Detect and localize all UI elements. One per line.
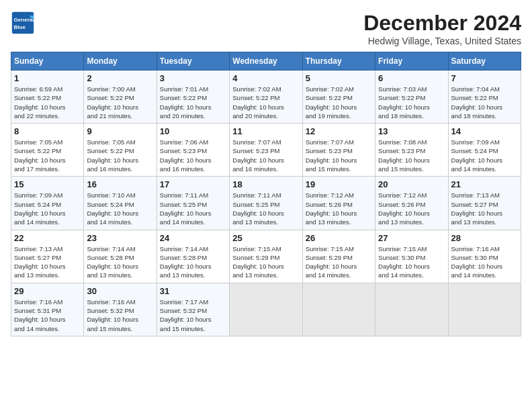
day-number: 5	[306, 73, 372, 83]
calendar-cell	[448, 283, 521, 336]
calendar-container: General Blue December 2024 Hedwig Villag…	[0, 0, 532, 342]
svg-text:General: General	[14, 17, 34, 23]
day-info: Sunrise: 7:16 AM Sunset: 5:30 PM Dayligh…	[451, 244, 518, 280]
svg-text:Blue: Blue	[14, 24, 26, 30]
calendar-cell: 24Sunrise: 7:14 AM Sunset: 5:28 PM Dayli…	[157, 230, 229, 283]
day-info: Sunrise: 7:04 AM Sunset: 5:22 PM Dayligh…	[451, 85, 518, 120]
day-info: Sunrise: 7:09 AM Sunset: 5:24 PM Dayligh…	[451, 138, 518, 173]
calendar-table: SundayMondayTuesdayWednesdayThursdayFrid…	[11, 52, 521, 336]
day-number: 11	[232, 126, 299, 136]
day-info: Sunrise: 7:14 AM Sunset: 5:28 PM Dayligh…	[87, 244, 153, 280]
week-row-4: 22Sunrise: 7:13 AM Sunset: 5:27 PM Dayli…	[11, 230, 521, 283]
day-number: 4	[232, 73, 299, 83]
day-number: 2	[87, 73, 153, 83]
day-info: Sunrise: 7:11 AM Sunset: 5:25 PM Dayligh…	[160, 191, 226, 226]
day-info: Sunrise: 7:15 AM Sunset: 5:29 PM Dayligh…	[306, 244, 372, 280]
calendar-cell: 13Sunrise: 7:08 AM Sunset: 5:23 PM Dayli…	[375, 124, 448, 177]
calendar-cell: 10Sunrise: 7:06 AM Sunset: 5:23 PM Dayli…	[157, 124, 229, 177]
calendar-cell: 16Sunrise: 7:10 AM Sunset: 5:24 PM Dayli…	[84, 177, 157, 230]
logo-icon: General Blue	[11, 11, 35, 35]
calendar-cell: 12Sunrise: 7:07 AM Sunset: 5:23 PM Dayli…	[302, 124, 375, 177]
day-info: Sunrise: 7:15 AM Sunset: 5:30 PM Dayligh…	[378, 244, 445, 280]
day-info: Sunrise: 7:14 AM Sunset: 5:28 PM Dayligh…	[160, 244, 226, 280]
day-number: 28	[451, 233, 518, 243]
header: General Blue December 2024 Hedwig Villag…	[11, 11, 521, 46]
day-number: 23	[87, 233, 153, 243]
calendar-cell: 29Sunrise: 7:16 AM Sunset: 5:31 PM Dayli…	[11, 283, 84, 336]
day-number: 9	[87, 126, 153, 136]
calendar-cell: 5Sunrise: 7:02 AM Sunset: 5:22 PM Daylig…	[302, 71, 375, 124]
day-info: Sunrise: 7:02 AM Sunset: 5:22 PM Dayligh…	[306, 85, 372, 120]
week-row-1: 1Sunrise: 6:59 AM Sunset: 5:22 PM Daylig…	[11, 71, 521, 124]
calendar-cell: 30Sunrise: 7:16 AM Sunset: 5:32 PM Dayli…	[84, 283, 157, 336]
day-info: Sunrise: 7:00 AM Sunset: 5:22 PM Dayligh…	[87, 85, 153, 120]
day-number: 16	[87, 179, 153, 189]
day-number: 14	[451, 126, 518, 136]
day-info: Sunrise: 7:03 AM Sunset: 5:22 PM Dayligh…	[378, 85, 445, 120]
calendar-cell: 6Sunrise: 7:03 AM Sunset: 5:22 PM Daylig…	[375, 71, 448, 124]
day-number: 18	[232, 179, 299, 189]
day-number: 31	[160, 286, 226, 296]
day-number: 20	[378, 179, 445, 189]
calendar-cell: 15Sunrise: 7:09 AM Sunset: 5:24 PM Dayli…	[11, 177, 84, 230]
column-header-thursday: Thursday	[302, 52, 375, 71]
day-info: Sunrise: 7:16 AM Sunset: 5:31 PM Dayligh…	[14, 298, 81, 333]
calendar-cell: 1Sunrise: 6:59 AM Sunset: 5:22 PM Daylig…	[11, 71, 84, 124]
calendar-cell: 23Sunrise: 7:14 AM Sunset: 5:28 PM Dayli…	[84, 230, 157, 283]
day-number: 26	[306, 233, 372, 243]
day-info: Sunrise: 7:05 AM Sunset: 5:22 PM Dayligh…	[14, 138, 81, 173]
day-info: Sunrise: 7:15 AM Sunset: 5:29 PM Dayligh…	[232, 244, 299, 280]
title-block: December 2024 Hedwig Village, Texas, Uni…	[363, 11, 521, 46]
day-info: Sunrise: 7:10 AM Sunset: 5:24 PM Dayligh…	[87, 191, 153, 226]
day-info: Sunrise: 7:01 AM Sunset: 5:22 PM Dayligh…	[160, 85, 226, 120]
calendar-title: December 2024	[363, 11, 521, 36]
day-info: Sunrise: 7:07 AM Sunset: 5:23 PM Dayligh…	[232, 138, 299, 173]
day-number: 1	[14, 73, 81, 83]
header-row: SundayMondayTuesdayWednesdayThursdayFrid…	[11, 52, 521, 71]
day-info: Sunrise: 7:13 AM Sunset: 5:27 PM Dayligh…	[14, 244, 81, 280]
day-number: 29	[14, 286, 81, 296]
calendar-cell: 28Sunrise: 7:16 AM Sunset: 5:30 PM Dayli…	[448, 230, 521, 283]
day-number: 30	[87, 286, 153, 296]
calendar-cell: 27Sunrise: 7:15 AM Sunset: 5:30 PM Dayli…	[375, 230, 448, 283]
day-info: Sunrise: 7:05 AM Sunset: 5:22 PM Dayligh…	[87, 138, 153, 173]
calendar-cell: 26Sunrise: 7:15 AM Sunset: 5:29 PM Dayli…	[302, 230, 375, 283]
day-number: 6	[378, 73, 445, 83]
day-info: Sunrise: 7:07 AM Sunset: 5:23 PM Dayligh…	[306, 138, 372, 173]
calendar-cell: 8Sunrise: 7:05 AM Sunset: 5:22 PM Daylig…	[11, 124, 84, 177]
calendar-cell: 4Sunrise: 7:02 AM Sunset: 5:22 PM Daylig…	[230, 71, 302, 124]
week-row-3: 15Sunrise: 7:09 AM Sunset: 5:24 PM Dayli…	[11, 177, 521, 230]
calendar-cell	[230, 283, 302, 336]
column-header-sunday: Sunday	[11, 52, 84, 71]
calendar-cell: 31Sunrise: 7:17 AM Sunset: 5:32 PM Dayli…	[157, 283, 229, 336]
day-info: Sunrise: 7:11 AM Sunset: 5:25 PM Dayligh…	[232, 191, 299, 226]
calendar-cell: 2Sunrise: 7:00 AM Sunset: 5:22 PM Daylig…	[84, 71, 157, 124]
day-info: Sunrise: 7:13 AM Sunset: 5:27 PM Dayligh…	[451, 191, 518, 226]
day-number: 12	[306, 126, 372, 136]
day-info: Sunrise: 7:09 AM Sunset: 5:24 PM Dayligh…	[14, 191, 81, 226]
day-info: Sunrise: 7:12 AM Sunset: 5:26 PM Dayligh…	[378, 191, 445, 226]
calendar-cell: 20Sunrise: 7:12 AM Sunset: 5:26 PM Dayli…	[375, 177, 448, 230]
calendar-cell	[375, 283, 448, 336]
day-number: 24	[160, 233, 226, 243]
day-number: 8	[14, 126, 81, 136]
day-number: 19	[306, 179, 372, 189]
day-number: 21	[451, 179, 518, 189]
column-header-saturday: Saturday	[448, 52, 521, 71]
calendar-cell: 3Sunrise: 7:01 AM Sunset: 5:22 PM Daylig…	[157, 71, 229, 124]
calendar-cell: 25Sunrise: 7:15 AM Sunset: 5:29 PM Dayli…	[230, 230, 302, 283]
calendar-cell: 21Sunrise: 7:13 AM Sunset: 5:27 PM Dayli…	[448, 177, 521, 230]
calendar-cell: 18Sunrise: 7:11 AM Sunset: 5:25 PM Dayli…	[230, 177, 302, 230]
week-row-5: 29Sunrise: 7:16 AM Sunset: 5:31 PM Dayli…	[11, 283, 521, 336]
day-number: 13	[378, 126, 445, 136]
column-header-friday: Friday	[375, 52, 448, 71]
day-number: 17	[160, 179, 226, 189]
day-info: Sunrise: 7:06 AM Sunset: 5:23 PM Dayligh…	[160, 138, 226, 173]
calendar-cell: 17Sunrise: 7:11 AM Sunset: 5:25 PM Dayli…	[157, 177, 229, 230]
week-row-2: 8Sunrise: 7:05 AM Sunset: 5:22 PM Daylig…	[11, 124, 521, 177]
day-number: 10	[160, 126, 226, 136]
calendar-cell: 14Sunrise: 7:09 AM Sunset: 5:24 PM Dayli…	[448, 124, 521, 177]
day-number: 3	[160, 73, 226, 83]
day-number: 25	[232, 233, 299, 243]
calendar-cell	[302, 283, 375, 336]
